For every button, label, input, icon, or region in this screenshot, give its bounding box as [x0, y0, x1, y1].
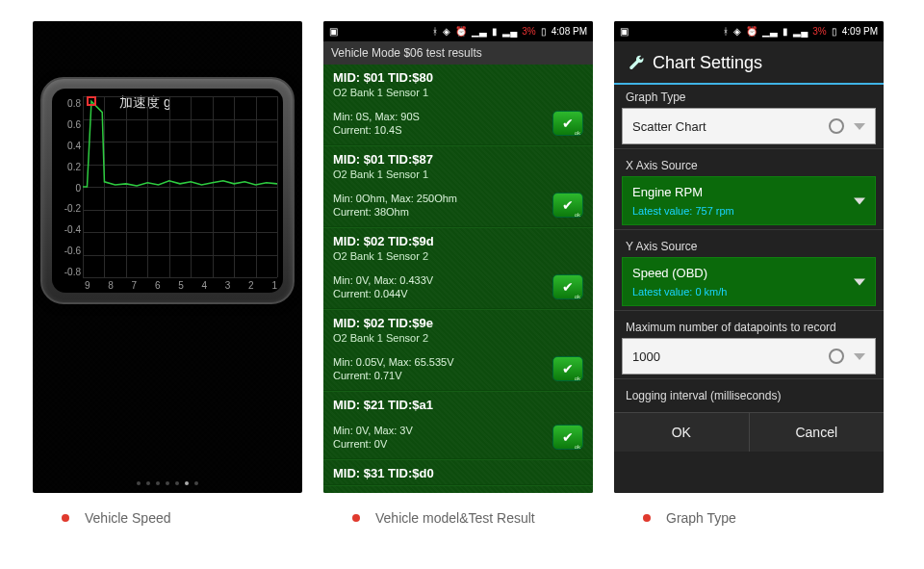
wrench-icon [628, 55, 645, 72]
clock-text: 4:08 PM [552, 26, 587, 37]
max-points-value: 1000 [632, 349, 829, 364]
result-row: MID: $02 TID:$9dO2 Bank 1 Sensor 2Min: 0… [323, 228, 593, 310]
chart-frame: 加速度 g 0.80.60.40.20-0.2-0.4-0.6-0.8 9876… [40, 77, 295, 304]
result-row: MID: $01 TID:$80O2 Bank 1 Sensor 1Min: 0… [323, 65, 593, 146]
panel-test-results: ▣ ᚼ ◈ ⏰ ▁▃ ▮ ▂▄ 3% ▯ 4:08 PM Vehicle Mod… [323, 21, 593, 493]
y-axis-sub: Latest value: 0 km/h [632, 286, 727, 297]
dialog-title-row: Chart Settings [614, 41, 884, 85]
clock-text: 4:09 PM [842, 26, 878, 37]
interval-label: Logging interval (milliseconds) [614, 383, 884, 404]
ok-badge[interactable]: ✔ok [552, 111, 583, 136]
battery-icon: ▯ [832, 26, 837, 37]
screen-title: Vehicle Mode $06 test results [323, 41, 593, 65]
battery-text: 3% [522, 26, 535, 37]
chart-plot [83, 96, 277, 277]
signal-icon: ▁▃ [472, 26, 487, 37]
app-icon: ▣ [329, 26, 338, 37]
line-svg [83, 96, 277, 277]
ok-badge[interactable]: ✔ok [552, 425, 583, 450]
signal-bars-icon: ▂▄ [502, 26, 517, 37]
caption-1: Vehicle Speed [33, 510, 302, 526]
battery-text: 3% [812, 26, 826, 37]
max-points-label: Maximum number of datapoints to record [614, 315, 884, 336]
pager-dots[interactable] [33, 481, 302, 485]
battery-icon: ▯ [541, 26, 547, 37]
caption-3: Graph Type [614, 510, 884, 526]
y-axis-value: Speed (OBD) [632, 266, 707, 280]
panel-vehicle-speed: 加速度 g 0.80.60.40.20-0.2-0.4-0.6-0.8 9876… [33, 21, 302, 493]
result-row: MID: $21 TID:$a1Min: 0V, Max: 3VCurrent:… [323, 392, 593, 460]
x-axis-label: X Axis Source [614, 153, 884, 174]
graph-type-value: Scatter Chart [632, 119, 829, 134]
bullet-icon [352, 514, 360, 522]
ok-badge[interactable]: ✔ok [552, 356, 583, 381]
y-axis-select[interactable]: Speed (OBD) Latest value: 0 km/h [622, 257, 876, 306]
chart-area: 加速度 g 0.80.60.40.20-0.2-0.4-0.6-0.8 9876… [52, 89, 283, 293]
dialog-title: Chart Settings [653, 53, 762, 73]
ok-badge[interactable]: ✔ok [552, 274, 583, 299]
x-axis-sub: Latest value: 757 rpm [632, 205, 734, 217]
ok-badge[interactable]: ✔ok [552, 193, 583, 218]
x-axis-value: Engine RPM [632, 185, 703, 199]
result-row: MID: $01 TID:$87O2 Bank 1 Sensor 1Min: 0… [323, 146, 593, 228]
chevron-down-icon [854, 278, 865, 285]
result-row: MID: $31 TID:$d0 [323, 460, 593, 486]
wifi-icon: ▮ [783, 26, 788, 37]
signal-icon: ▁▃ [762, 26, 778, 37]
vibrate-icon: ◈ [733, 26, 741, 37]
wifi-icon: ▮ [492, 26, 498, 37]
bullet-icon [62, 514, 69, 522]
caption-2: Vehicle model&Test Result [323, 510, 593, 526]
radio-icon [829, 349, 844, 364]
dialog-buttons: OK Cancel [614, 412, 884, 452]
x-axis-select[interactable]: Engine RPM Latest value: 757 rpm [622, 176, 876, 225]
chevron-down-icon [854, 353, 865, 360]
cancel-button[interactable]: Cancel [750, 413, 885, 452]
result-row: MID: $02 TID:$9eO2 Bank 1 Sensor 2Min: 0… [323, 310, 593, 392]
status-bar: ▣ ᚼ ◈ ⏰ ▁▃ ▮ ▂▄ 3% ▯ 4:08 PM [323, 21, 593, 41]
bluetooth-icon: ᚼ [432, 26, 438, 37]
status-bar: ▣ ᚼ ◈ ⏰ ▁▃ ▮ ▂▄ 3% ▯ 4:09 PM [614, 21, 884, 41]
app-icon: ▣ [620, 26, 629, 37]
chevron-down-icon [854, 123, 865, 130]
bluetooth-icon: ᚼ [723, 26, 729, 37]
ok-button[interactable]: OK [614, 413, 750, 452]
alarm-icon: ⏰ [455, 26, 467, 37]
chevron-down-icon [854, 197, 865, 204]
radio-icon [829, 118, 844, 134]
panel-chart-settings: ▣ ᚼ ◈ ⏰ ▁▃ ▮ ▂▄ 3% ▯ 4:09 PM Chart Setti… [614, 21, 884, 493]
graph-type-select[interactable]: Scatter Chart [622, 108, 876, 144]
point-marker [87, 96, 96, 106]
bullet-icon [643, 514, 651, 522]
y-axis-ticks: 0.80.60.40.20-0.2-0.4-0.6-0.8 [54, 98, 81, 277]
graph-type-label: Graph Type [614, 85, 884, 106]
signal-bars-icon: ▂▄ [793, 26, 808, 37]
x-axis-ticks: 987654321 [85, 280, 277, 291]
alarm-icon: ⏰ [746, 26, 757, 37]
vibrate-icon: ◈ [443, 26, 450, 37]
results-body: Vehicle Mode $06 test results MID: $01 T… [323, 41, 593, 493]
settings-body: Chart Settings Graph Type Scatter Chart … [614, 41, 884, 493]
y-axis-label: Y Axis Source [614, 234, 884, 255]
max-points-select[interactable]: 1000 [622, 338, 876, 375]
